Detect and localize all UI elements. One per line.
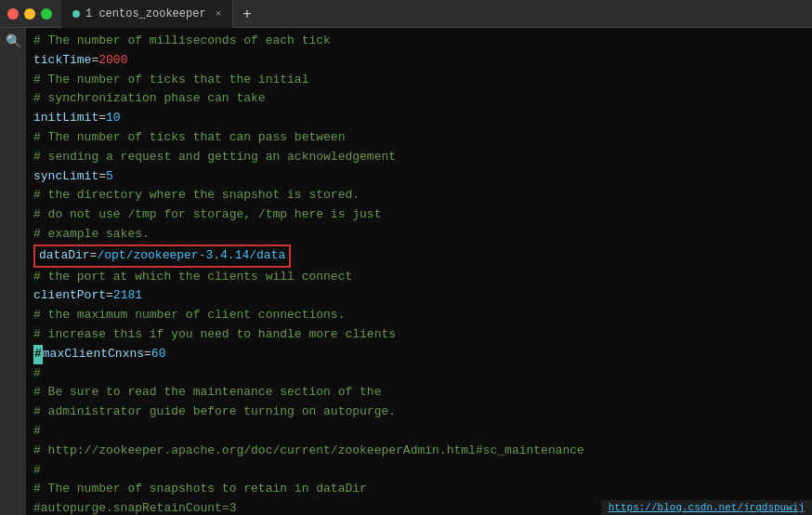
comment-text: # the directory where the snapshot is st…	[33, 186, 360, 205]
comment-text: #	[33, 364, 41, 384]
key-maxclientcnxns: maxClientCnxns	[43, 345, 144, 364]
code-line-24: # The number of snapshots to retain in d…	[33, 480, 805, 499]
code-line-10: # do not use /tmp for storage, /tmp here…	[33, 205, 805, 225]
tab-centos-zookeeper[interactable]: 1 centos_zookeeper ×	[61, 0, 233, 28]
key-clientport: clientPort	[33, 286, 106, 306]
close-button[interactable]	[7, 8, 19, 20]
code-line-1: # The number of milliseconds of each tic…	[33, 32, 805, 51]
key-datadir: dataDir	[39, 246, 90, 266]
comment-text: # the maximum number of client connectio…	[33, 306, 345, 325]
search-icon[interactable]: 🔍	[6, 33, 21, 49]
code-line-6: # The number of ticks that can pass betw…	[33, 128, 805, 148]
code-line-8: syncLimit=5	[33, 167, 805, 187]
code-line-7: # sending a request and getting an ackno…	[33, 148, 805, 167]
footer-url[interactable]: https://blog.csdn.net/jrgdspuwij	[609, 502, 805, 513]
code-line-3: # The number of ticks that the initial	[33, 71, 805, 90]
code-line-21: #	[33, 422, 805, 442]
code-line-datadir: dataDir=/opt/zookeeper-3.4.14/data	[33, 244, 805, 268]
key-initlimit: initLimit	[33, 109, 98, 128]
comment-text: # administrator guide before turning on …	[33, 403, 396, 422]
code-line-2: tickTime=2000	[33, 51, 805, 71]
code-line-20: # administrator guide before turning on …	[33, 403, 805, 422]
code-line-22: # http://zookeeper.apache.org/doc/curren…	[33, 442, 805, 461]
code-line-18: #	[33, 364, 805, 384]
hash-green-icon: #	[33, 345, 43, 364]
comment-text: #autopurge.snapRetainCount=3	[33, 499, 236, 515]
tab-dot-icon	[72, 10, 80, 18]
val-maxclientcnxns: 60	[151, 345, 166, 364]
comment-text: # The number of milliseconds of each tic…	[33, 32, 331, 51]
key-synclimit: syncLimit	[33, 167, 98, 187]
comment-text: #	[33, 461, 41, 481]
code-line-4: # synchronization phase can take	[33, 89, 805, 109]
comment-text: # synchronization phase can take	[33, 89, 266, 109]
comment-text: # Be sure to read the maintenance sectio…	[33, 383, 381, 403]
footer: https://blog.csdn.net/jrgdspuwij	[601, 500, 812, 515]
sidebar-left: 🔍	[0, 28, 26, 515]
maximize-button[interactable]	[41, 8, 52, 20]
comment-text: # increase this if you need to handle mo…	[33, 325, 396, 345]
comment-text: # do not use /tmp for storage, /tmp here…	[33, 205, 381, 225]
minimize-button[interactable]	[24, 8, 35, 20]
code-line-15: # the maximum number of client connectio…	[33, 306, 805, 325]
title-bar: 1 centos_zookeeper × +	[0, 0, 812, 28]
tab-label: 1 centos_zookeeper	[85, 7, 206, 20]
code-line-14: clientPort=2181	[33, 286, 805, 306]
code-line-11: # example sakes.	[33, 225, 805, 244]
window-controls	[7, 8, 52, 20]
code-line-16: # increase this if you need to handle mo…	[33, 325, 805, 345]
tab-bar: 1 centos_zookeeper × +	[61, 0, 261, 28]
comment-text: # The number of snapshots to retain in d…	[33, 480, 367, 499]
code-editor: # The number of milliseconds of each tic…	[26, 28, 812, 515]
val-ticktime: 2000	[98, 51, 127, 71]
new-tab-button[interactable]: +	[233, 6, 260, 22]
comment-text: # http://zookeeper.apache.org/doc/curren…	[33, 442, 584, 461]
code-line-17: #maxClientCnxns=60	[33, 345, 805, 364]
val-clientport: 2181	[113, 286, 142, 306]
comment-text: # example sakes.	[33, 225, 150, 244]
datadir-highlighted: dataDir=/opt/zookeeper-3.4.14/data	[33, 244, 291, 268]
tab-close-icon[interactable]: ×	[216, 8, 222, 20]
comment-text: # sending a request and getting an ackno…	[33, 148, 396, 167]
val-datadir: /opt/zookeeper-3.4.14/data	[97, 246, 285, 266]
code-line-19: # Be sure to read the maintenance sectio…	[33, 383, 805, 403]
code-line-5: initLimit=10	[33, 109, 805, 128]
key-ticktime: tickTime	[33, 51, 91, 71]
comment-text: #	[33, 422, 41, 442]
comment-text: # the port at which the clients will con…	[33, 268, 352, 287]
code-line-23: #	[33, 461, 805, 481]
code-line-13: # the port at which the clients will con…	[33, 268, 805, 287]
comment-text: # The number of ticks that can pass betw…	[33, 128, 345, 148]
val-synclimit: 5	[106, 167, 113, 187]
code-line-9: # the directory where the snapshot is st…	[33, 186, 805, 205]
comment-text: # The number of ticks that the initial	[33, 71, 308, 90]
val-initlimit: 10	[106, 109, 121, 128]
